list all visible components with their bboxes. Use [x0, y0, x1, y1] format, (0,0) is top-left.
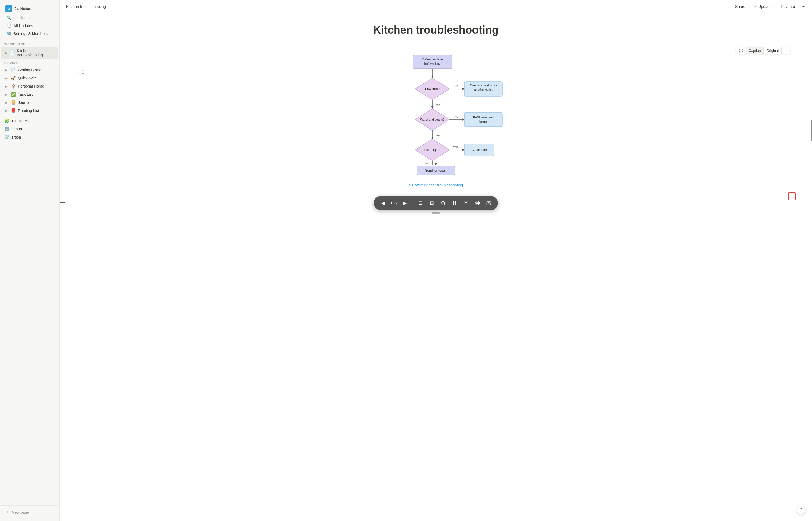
expand-icon-qn: ▶ — [4, 76, 9, 80]
all-updates-item[interactable]: 🕐 All Updates — [3, 22, 56, 29]
diagram-toolbar: 💬 Caption Original ··· — [736, 47, 790, 54]
sidebar-item-personal-home[interactable]: ▶ 🏠 Personal Home — [1, 83, 58, 90]
doc-icon: 📄 — [10, 50, 15, 55]
sidebar-top: J J's Notion 🔍 Quick Find 🕐 All Updates … — [0, 2, 60, 40]
content-area: Kitchen troubleshooting ＋ ⠿ 💬 Caption Or… — [60, 13, 812, 521]
caption-icon-btn[interactable]: 💬 — [736, 47, 746, 54]
prev-page-button[interactable]: ◀ — [378, 198, 388, 208]
cursor-line-left — [60, 119, 60, 141]
svg-text:another outlet: another outlet — [474, 88, 492, 91]
svg-rect-17 — [464, 113, 503, 127]
flowchart: Coffee machine isn't working Powered? No… — [360, 52, 512, 175]
send-for-repair-svg: Send for repair — [414, 162, 457, 175]
sidebar-item-task-list[interactable]: ▶ ✅ Task List — [1, 91, 58, 98]
checkmark-icon: ✓ — [754, 4, 757, 9]
sidebar-item-reading-list[interactable]: ▶ 📕 Reading List — [1, 107, 58, 114]
diagram-bottom-toolbar: ◀ 1 / 2 ▶ ⊟ ⊞ — [374, 196, 498, 210]
page-title-topbar: Kitchen troubleshooting — [66, 4, 106, 9]
gear-icon: ⚙️ — [6, 31, 12, 36]
journal-icon: 📔 — [11, 100, 16, 105]
topbar-actions: Share ✓ Updates Favorite ··· — [733, 3, 806, 10]
share-button[interactable]: Share — [733, 3, 747, 10]
sidebar-item-journal[interactable]: ▶ 📔 Journal — [1, 99, 58, 106]
main-content: Kitchen troubleshooting Share ✓ Updates … — [60, 0, 812, 521]
svg-text:Water and beans?: Water and beans? — [420, 118, 444, 121]
check-icon: ✅ — [11, 92, 16, 97]
quick-find-item[interactable]: 🔍 Quick Find — [3, 14, 56, 22]
diagram-more-button[interactable]: ··· — [782, 47, 790, 54]
layers-button[interactable] — [450, 198, 460, 208]
expand-icon-ph: ▶ — [4, 84, 9, 88]
svg-text:Clean filter: Clean filter — [471, 148, 487, 152]
expand-icon: ▶ — [4, 51, 9, 55]
caption-button[interactable]: Caption — [746, 47, 764, 54]
sidebar: J J's Notion 🔍 Quick Find 🕐 All Updates … — [0, 0, 60, 521]
expand-icon-gs: ▶ — [4, 68, 9, 72]
workspace-name: J's Notion — [15, 6, 31, 11]
svg-point-36 — [465, 203, 467, 204]
zoom-in-button[interactable]: ⊞ — [427, 198, 437, 208]
trash-icon: 🗑️ — [4, 135, 9, 140]
flowchart-svg: Coffee machine isn't working Powered? No… — [360, 52, 512, 169]
diagram-link[interactable]: > Coffee grinder troubleshooting — [409, 183, 463, 187]
user-avatar: J — [5, 5, 13, 12]
camera-button[interactable] — [461, 198, 471, 208]
sidebar-user-menu[interactable]: J J's Notion — [3, 3, 56, 14]
topbar: Kitchen troubleshooting Share ✓ Updates … — [60, 0, 812, 13]
rocket-icon: 🚀 — [11, 76, 16, 81]
plus-icon: ＋ — [5, 509, 10, 515]
clock-icon: 🕐 — [6, 23, 12, 28]
search-diagram-button[interactable] — [438, 198, 448, 208]
svg-marker-35 — [453, 201, 457, 203]
expand-icon-tl: ▶ — [4, 92, 9, 96]
svg-text:Turn on at wall or try: Turn on at wall or try — [470, 84, 497, 87]
expand-icon-j: ▶ — [4, 100, 9, 105]
svg-text:Filter light?: Filter light? — [425, 148, 441, 152]
svg-text:No: No — [454, 84, 458, 88]
sidebar-item-trash[interactable]: 🗑️ Trash — [1, 133, 58, 141]
expand-icon-rl: ▶ — [4, 108, 9, 113]
svg-rect-37 — [476, 204, 479, 205]
sidebar-item-getting-started[interactable]: ▶ 📄 Getting Started — [1, 66, 58, 74]
svg-text:Send for repair: Send for repair — [425, 168, 446, 173]
help-button[interactable]: ? — [797, 506, 806, 515]
add-block-plus[interactable]: ＋ — [76, 70, 80, 76]
sidebar-item-quick-note[interactable]: ▶ 🚀 Quick Note — [1, 74, 58, 82]
template-icon: 🧩 — [4, 118, 9, 123]
print-button[interactable] — [472, 198, 482, 208]
favorite-button[interactable]: Favorite — [779, 3, 797, 10]
svg-text:Yes: Yes — [435, 134, 440, 137]
private-section-label: PRIVATE — [0, 59, 60, 66]
svg-text:Yes: Yes — [453, 145, 458, 149]
new-page-button[interactable]: ＋ New page — [2, 508, 57, 516]
original-button[interactable]: Original — [764, 47, 782, 54]
resize-handle[interactable] — [432, 212, 440, 213]
svg-text:Powered?: Powered? — [425, 87, 440, 91]
search-icon: 🔍 — [6, 16, 12, 20]
updates-button[interactable]: ✓ Updates — [752, 3, 774, 10]
svg-line-34 — [444, 204, 445, 205]
page-indicator: 1 / 2 — [389, 201, 399, 205]
next-page-button[interactable]: ▶ — [400, 198, 410, 208]
svg-text:beans: beans — [479, 120, 487, 123]
home-icon: 🏠 — [11, 84, 16, 89]
svg-text:No: No — [454, 115, 458, 118]
resize-corner-br[interactable] — [788, 192, 796, 200]
import-icon: ⬇️ — [4, 127, 9, 132]
speech-bubble-icon: 💬 — [739, 48, 743, 52]
svg-text:Yes: Yes — [435, 103, 440, 107]
edit-button[interactable] — [484, 198, 494, 208]
page-title: Kitchen troubleshooting — [81, 24, 790, 36]
svg-text:isn't working: isn't working — [424, 62, 441, 65]
diagram-wrapper: 💬 Caption Original ··· Coffee machine is… — [81, 47, 790, 213]
send-for-repair-area: Send for repair — [360, 162, 512, 175]
settings-members-item[interactable]: ⚙️ Settings & Members — [3, 30, 56, 38]
workspace-page-item[interactable]: ▶ 📄 Kitchen troubleshooting — [1, 47, 58, 59]
svg-text:Coffee machine: Coffee machine — [422, 58, 443, 61]
sidebar-bottom: ＋ New page — [0, 505, 60, 519]
more-options-button[interactable]: ··· — [802, 3, 806, 9]
zoom-out-button[interactable]: ⊟ — [415, 198, 425, 208]
sidebar-item-templates[interactable]: 🧩 Templates — [1, 117, 58, 125]
svg-text:Refill water and: Refill water and — [473, 116, 494, 119]
sidebar-item-import[interactable]: ⬇️ Import — [1, 125, 58, 133]
